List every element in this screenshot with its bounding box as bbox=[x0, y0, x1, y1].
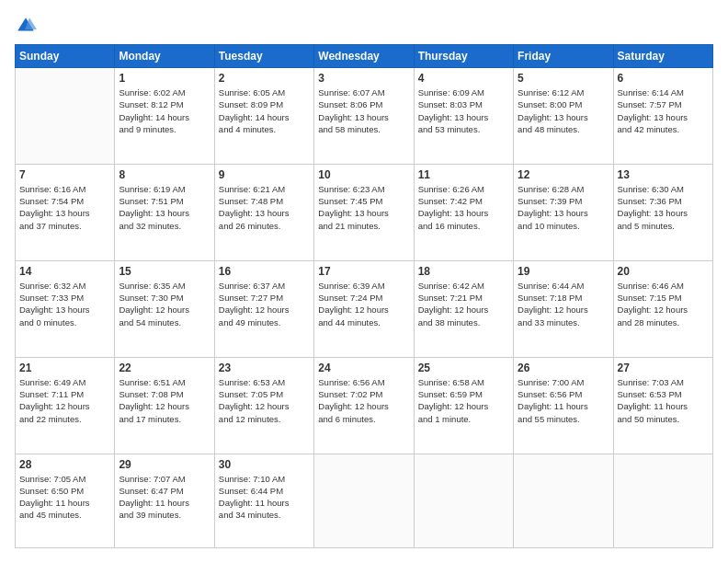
day-number: 21 bbox=[19, 362, 110, 374]
day-info: Sunrise: 6:26 AM Sunset: 7:42 PM Dayligh… bbox=[418, 183, 509, 232]
calendar-cell: 6Sunrise: 6:14 AM Sunset: 7:57 PM Daylig… bbox=[613, 68, 712, 165]
day-info: Sunrise: 6:32 AM Sunset: 7:33 PM Dayligh… bbox=[19, 280, 110, 328]
day-number: 9 bbox=[219, 168, 310, 181]
day-info: Sunrise: 6:35 AM Sunset: 7:30 PM Dayligh… bbox=[119, 280, 210, 328]
calendar-cell bbox=[314, 454, 414, 548]
calendar-cell: 23Sunrise: 6:53 AM Sunset: 7:05 PM Dayli… bbox=[214, 357, 313, 454]
header bbox=[15, 15, 713, 37]
weekday-header-row: SundayMondayTuesdayWednesdayThursdayFrid… bbox=[16, 45, 713, 68]
day-number: 26 bbox=[518, 362, 609, 374]
calendar-cell: 11Sunrise: 6:26 AM Sunset: 7:42 PM Dayli… bbox=[414, 164, 513, 260]
calendar-cell bbox=[613, 454, 712, 548]
calendar-cell: 30Sunrise: 7:10 AM Sunset: 6:44 PM Dayli… bbox=[214, 454, 313, 548]
day-number: 13 bbox=[618, 168, 709, 181]
calendar-table: SundayMondayTuesdayWednesdayThursdayFrid… bbox=[15, 44, 713, 548]
day-number: 15 bbox=[119, 265, 210, 278]
day-info: Sunrise: 6:16 AM Sunset: 7:54 PM Dayligh… bbox=[19, 183, 110, 232]
week-row-1: 7Sunrise: 6:16 AM Sunset: 7:54 PM Daylig… bbox=[16, 164, 713, 260]
calendar-cell: 17Sunrise: 6:39 AM Sunset: 7:24 PM Dayli… bbox=[314, 260, 414, 357]
calendar-cell: 19Sunrise: 6:44 AM Sunset: 7:18 PM Dayli… bbox=[514, 260, 613, 357]
day-number: 24 bbox=[318, 362, 409, 374]
calendar-cell: 9Sunrise: 6:21 AM Sunset: 7:48 PM Daylig… bbox=[214, 164, 313, 260]
day-info: Sunrise: 6:53 AM Sunset: 7:05 PM Dayligh… bbox=[219, 376, 310, 425]
day-number: 4 bbox=[418, 72, 509, 85]
weekday-header-sunday: Sunday bbox=[16, 45, 115, 68]
calendar-cell: 25Sunrise: 6:58 AM Sunset: 6:59 PM Dayli… bbox=[414, 357, 513, 454]
calendar-cell: 16Sunrise: 6:37 AM Sunset: 7:27 PM Dayli… bbox=[214, 260, 313, 357]
day-number: 27 bbox=[618, 362, 709, 374]
day-number: 22 bbox=[119, 362, 210, 374]
calendar-cell bbox=[414, 454, 513, 548]
day-info: Sunrise: 6:44 AM Sunset: 7:18 PM Dayligh… bbox=[518, 280, 609, 328]
page: SundayMondayTuesdayWednesdayThursdayFrid… bbox=[0, 0, 728, 563]
day-number: 14 bbox=[19, 265, 110, 278]
day-info: Sunrise: 6:51 AM Sunset: 7:08 PM Dayligh… bbox=[119, 376, 210, 425]
day-number: 2 bbox=[219, 72, 310, 85]
day-info: Sunrise: 6:37 AM Sunset: 7:27 PM Dayligh… bbox=[219, 280, 310, 328]
calendar-cell: 29Sunrise: 7:07 AM Sunset: 6:47 PM Dayli… bbox=[115, 454, 214, 548]
day-info: Sunrise: 6:30 AM Sunset: 7:36 PM Dayligh… bbox=[618, 183, 709, 232]
day-number: 23 bbox=[219, 362, 310, 374]
logo-icon bbox=[15, 15, 37, 37]
calendar-cell: 8Sunrise: 6:19 AM Sunset: 7:51 PM Daylig… bbox=[115, 164, 214, 260]
day-info: Sunrise: 7:07 AM Sunset: 6:47 PM Dayligh… bbox=[119, 473, 210, 522]
calendar-cell: 24Sunrise: 6:56 AM Sunset: 7:02 PM Dayli… bbox=[314, 357, 414, 454]
calendar-cell: 20Sunrise: 6:46 AM Sunset: 7:15 PM Dayli… bbox=[613, 260, 712, 357]
day-number: 16 bbox=[219, 265, 310, 278]
week-row-0: 1Sunrise: 6:02 AM Sunset: 8:12 PM Daylig… bbox=[16, 68, 713, 165]
calendar-cell: 3Sunrise: 6:07 AM Sunset: 8:06 PM Daylig… bbox=[314, 68, 414, 165]
calendar-cell: 22Sunrise: 6:51 AM Sunset: 7:08 PM Dayli… bbox=[115, 357, 214, 454]
day-info: Sunrise: 6:14 AM Sunset: 7:57 PM Dayligh… bbox=[618, 86, 709, 135]
day-info: Sunrise: 6:12 AM Sunset: 8:00 PM Dayligh… bbox=[518, 86, 609, 135]
day-info: Sunrise: 6:02 AM Sunset: 8:12 PM Dayligh… bbox=[119, 86, 210, 135]
day-info: Sunrise: 6:21 AM Sunset: 7:48 PM Dayligh… bbox=[219, 183, 310, 232]
day-number: 17 bbox=[318, 265, 409, 278]
calendar-cell: 5Sunrise: 6:12 AM Sunset: 8:00 PM Daylig… bbox=[514, 68, 613, 165]
day-info: Sunrise: 6:46 AM Sunset: 7:15 PM Dayligh… bbox=[618, 280, 709, 328]
day-number: 8 bbox=[119, 168, 210, 181]
weekday-header-wednesday: Wednesday bbox=[314, 45, 414, 68]
weekday-header-thursday: Thursday bbox=[414, 45, 513, 68]
day-info: Sunrise: 7:10 AM Sunset: 6:44 PM Dayligh… bbox=[219, 473, 310, 522]
day-number: 6 bbox=[618, 72, 709, 85]
day-info: Sunrise: 6:58 AM Sunset: 6:59 PM Dayligh… bbox=[418, 376, 509, 425]
calendar-cell: 13Sunrise: 6:30 AM Sunset: 7:36 PM Dayli… bbox=[613, 164, 712, 260]
calendar-cell bbox=[514, 454, 613, 548]
day-info: Sunrise: 7:05 AM Sunset: 6:50 PM Dayligh… bbox=[19, 473, 110, 522]
day-info: Sunrise: 7:00 AM Sunset: 6:56 PM Dayligh… bbox=[518, 376, 609, 425]
weekday-header-monday: Monday bbox=[115, 45, 214, 68]
day-number: 19 bbox=[518, 265, 609, 278]
weekday-header-tuesday: Tuesday bbox=[214, 45, 313, 68]
day-number: 28 bbox=[19, 458, 110, 471]
day-info: Sunrise: 6:42 AM Sunset: 7:21 PM Dayligh… bbox=[418, 280, 509, 328]
week-row-2: 14Sunrise: 6:32 AM Sunset: 7:33 PM Dayli… bbox=[16, 260, 713, 357]
day-info: Sunrise: 6:49 AM Sunset: 7:11 PM Dayligh… bbox=[19, 376, 110, 425]
day-number: 29 bbox=[119, 458, 210, 471]
calendar-cell: 7Sunrise: 6:16 AM Sunset: 7:54 PM Daylig… bbox=[16, 164, 115, 260]
calendar-cell: 4Sunrise: 6:09 AM Sunset: 8:03 PM Daylig… bbox=[414, 68, 513, 165]
calendar-cell: 12Sunrise: 6:28 AM Sunset: 7:39 PM Dayli… bbox=[514, 164, 613, 260]
day-number: 11 bbox=[418, 168, 509, 181]
calendar-cell: 15Sunrise: 6:35 AM Sunset: 7:30 PM Dayli… bbox=[115, 260, 214, 357]
weekday-header-friday: Friday bbox=[514, 45, 613, 68]
day-number: 7 bbox=[19, 168, 110, 181]
day-info: Sunrise: 6:19 AM Sunset: 7:51 PM Dayligh… bbox=[119, 183, 210, 232]
day-number: 5 bbox=[518, 72, 609, 85]
day-number: 25 bbox=[418, 362, 509, 374]
day-info: Sunrise: 6:09 AM Sunset: 8:03 PM Dayligh… bbox=[418, 86, 509, 135]
day-info: Sunrise: 7:03 AM Sunset: 6:53 PM Dayligh… bbox=[618, 376, 709, 425]
logo bbox=[15, 15, 40, 37]
week-row-4: 28Sunrise: 7:05 AM Sunset: 6:50 PM Dayli… bbox=[16, 454, 713, 548]
calendar-cell: 28Sunrise: 7:05 AM Sunset: 6:50 PM Dayli… bbox=[16, 454, 115, 548]
calendar-cell: 21Sunrise: 6:49 AM Sunset: 7:11 PM Dayli… bbox=[16, 357, 115, 454]
calendar-cell: 1Sunrise: 6:02 AM Sunset: 8:12 PM Daylig… bbox=[115, 68, 214, 165]
calendar-cell: 27Sunrise: 7:03 AM Sunset: 6:53 PM Dayli… bbox=[613, 357, 712, 454]
day-number: 18 bbox=[418, 265, 509, 278]
calendar-cell: 18Sunrise: 6:42 AM Sunset: 7:21 PM Dayli… bbox=[414, 260, 513, 357]
calendar-cell bbox=[16, 68, 115, 165]
day-number: 3 bbox=[318, 72, 409, 85]
day-number: 30 bbox=[219, 458, 310, 471]
day-number: 1 bbox=[119, 72, 210, 85]
day-number: 20 bbox=[618, 265, 709, 278]
weekday-header-saturday: Saturday bbox=[613, 45, 712, 68]
